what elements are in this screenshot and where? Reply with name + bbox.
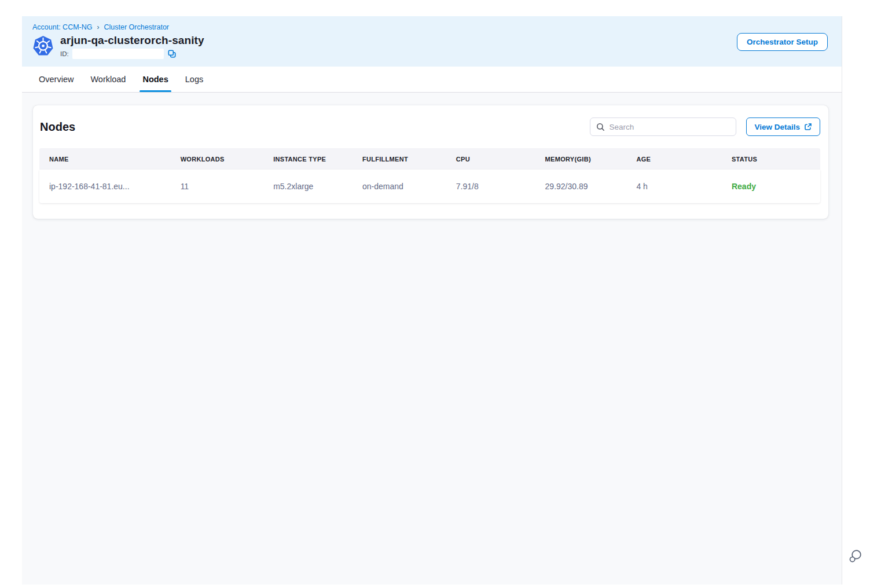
table-row[interactable]: ip-192-168-41-81.eu... 11 m5.2xlarge on-… bbox=[39, 170, 820, 203]
nodes-table-header: NAME WORKLOADS INSTANCE TYPE FULFILLMENT… bbox=[39, 148, 820, 170]
cell-workloads: 11 bbox=[171, 182, 264, 191]
nodes-table: NAME WORKLOADS INSTANCE TYPE FULFILLMENT… bbox=[39, 148, 820, 203]
kubernetes-icon bbox=[32, 35, 54, 57]
external-link-icon bbox=[804, 123, 812, 131]
search-icon bbox=[596, 123, 605, 131]
panel-controls: View Details bbox=[590, 117, 820, 136]
column-header-cpu: CPU bbox=[446, 156, 535, 163]
cell-instance-type: m5.2xlarge bbox=[263, 182, 353, 191]
status-badge: Ready bbox=[722, 182, 820, 191]
tab-bar: Overview Workload Nodes Logs bbox=[22, 67, 842, 93]
nodes-panel-header: Nodes View Details bbox=[39, 117, 820, 136]
cell-cpu: 7.91/8 bbox=[446, 182, 535, 191]
app-container: Account: CCM-NG › Cluster Orchestrator bbox=[22, 16, 842, 585]
column-header-instance-type: INSTANCE TYPE bbox=[263, 156, 353, 163]
breadcrumb-separator-icon: › bbox=[97, 23, 100, 31]
cell-fulfillment: on-demand bbox=[353, 182, 446, 191]
column-header-memory: MEMORY(GIB) bbox=[535, 156, 627, 163]
tab-overview[interactable]: Overview bbox=[38, 67, 75, 92]
column-header-workloads: WORKLOADS bbox=[171, 156, 264, 163]
id-label: ID: bbox=[60, 50, 69, 57]
breadcrumb: Account: CCM-NG › Cluster Orchestrator bbox=[32, 23, 828, 31]
title-row: arjun-qa-clusterorch-sanity ID: bbox=[32, 34, 828, 59]
copy-icon[interactable] bbox=[167, 49, 177, 58]
tab-logs[interactable]: Logs bbox=[184, 67, 204, 92]
chat-icon[interactable] bbox=[848, 548, 864, 565]
cell-node-name: ip-192-168-41-81.eu... bbox=[39, 182, 171, 191]
view-details-label: View Details bbox=[754, 123, 800, 131]
search-input[interactable] bbox=[609, 123, 730, 131]
column-header-fulfillment: FULFILLMENT bbox=[353, 156, 446, 163]
cluster-id-row: ID: bbox=[60, 49, 204, 59]
title-block: arjun-qa-clusterorch-sanity ID: bbox=[60, 34, 204, 59]
id-value-redacted bbox=[72, 49, 164, 59]
orchestrator-setup-button[interactable]: Orchestrator Setup bbox=[737, 33, 828, 51]
search-box bbox=[590, 117, 736, 136]
breadcrumb-link-account[interactable]: Account: CCM-NG bbox=[32, 23, 93, 31]
cell-age: 4 h bbox=[626, 182, 722, 191]
column-header-age: AGE bbox=[626, 156, 722, 163]
page-header: Account: CCM-NG › Cluster Orchestrator bbox=[22, 16, 842, 67]
nodes-panel: Nodes View Details bbox=[33, 105, 828, 219]
panel-title: Nodes bbox=[40, 120, 75, 134]
cell-memory: 29.92/30.89 bbox=[535, 182, 627, 191]
view-details-button[interactable]: View Details bbox=[746, 117, 820, 136]
content-area: Nodes View Details bbox=[22, 93, 842, 585]
column-header-name: NAME bbox=[39, 156, 171, 163]
tab-workload[interactable]: Workload bbox=[89, 67, 127, 92]
breadcrumb-link-cluster-orchestrator[interactable]: Cluster Orchestrator bbox=[104, 23, 170, 31]
tab-nodes[interactable]: Nodes bbox=[141, 67, 169, 92]
column-header-status: STATUS bbox=[722, 156, 820, 163]
page-title: arjun-qa-clusterorch-sanity bbox=[60, 34, 204, 47]
